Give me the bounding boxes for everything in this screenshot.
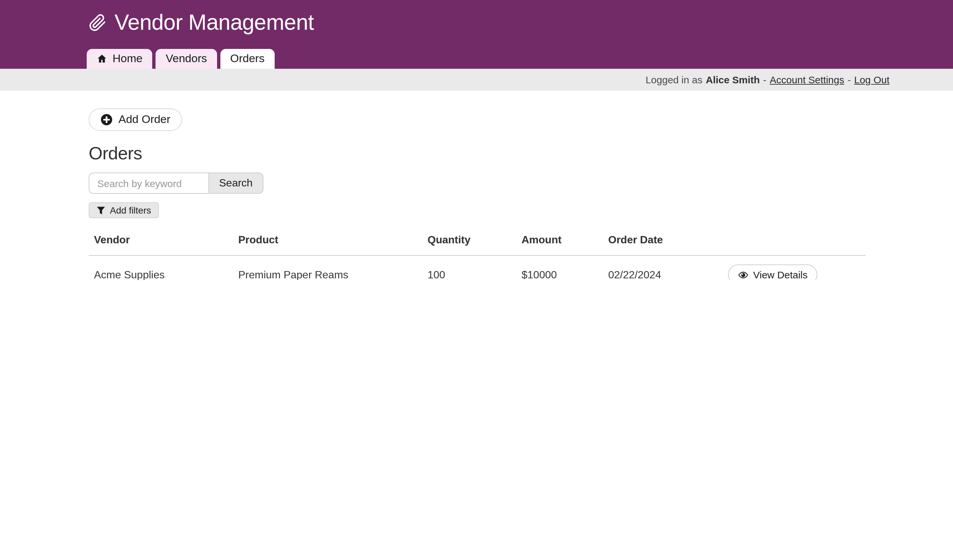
view-details-label: View Details <box>753 269 808 280</box>
account-settings-link[interactable]: Account Settings <box>770 74 844 85</box>
add-filters-label: Add filters <box>110 205 151 215</box>
cell-product: Premium Paper Reams <box>233 255 422 280</box>
tab-orders[interactable]: Orders <box>220 49 275 69</box>
cell-vendor: Acme Supplies <box>88 255 233 280</box>
app-title-row: Vendor Management <box>0 0 953 35</box>
tab-vendors-label: Vendors <box>166 52 207 65</box>
cell-quantity: 100 <box>422 255 516 280</box>
add-order-label: Add Order <box>118 113 171 126</box>
col-header-vendor: Vendor <box>88 226 233 255</box>
plus-circle-icon <box>101 114 113 125</box>
tab-orders-label: Orders <box>230 52 265 65</box>
main-content: Add Order Orders Search Add filters Vend… <box>0 91 953 280</box>
log-out-link[interactable]: Log Out <box>854 74 889 85</box>
tab-home[interactable]: Home <box>87 49 152 69</box>
view-details-button[interactable]: View Details <box>728 265 818 280</box>
tab-vendors[interactable]: Vendors <box>156 49 217 69</box>
page-title: Vendor Management <box>115 10 314 35</box>
separator: - <box>763 74 766 85</box>
paperclip-icon <box>88 14 107 31</box>
col-header-order-date: Order Date <box>603 226 723 255</box>
orders-heading: Orders <box>88 144 953 164</box>
orders-table: Vendor Product Quantity Amount Order Dat… <box>88 226 866 280</box>
search-bar: Search <box>88 173 953 194</box>
eye-icon <box>738 269 748 280</box>
app-header: Vendor Management Home Vendors Orders <box>0 0 953 69</box>
search-button[interactable]: Search <box>208 173 263 194</box>
col-header-actions <box>723 226 866 255</box>
col-header-quantity: Quantity <box>422 226 516 255</box>
table-row: Acme Supplies Premium Paper Reams 100 $1… <box>88 255 866 280</box>
session-bar: Logged in as Alice Smith - Account Setti… <box>0 69 953 91</box>
search-input[interactable] <box>88 173 209 194</box>
add-order-button[interactable]: Add Order <box>88 108 182 131</box>
cell-amount: $10000 <box>516 255 603 280</box>
add-filters-button[interactable]: Add filters <box>88 202 159 218</box>
separator: - <box>847 74 851 85</box>
col-header-amount: Amount <box>516 226 603 255</box>
home-icon <box>97 54 107 64</box>
cell-order-date: 02/22/2024 <box>603 255 723 280</box>
table-header-row: Vendor Product Quantity Amount Order Dat… <box>88 226 866 255</box>
funnel-icon <box>97 206 105 215</box>
tab-home-label: Home <box>113 52 143 65</box>
page: Vendor Management Home Vendors Orders Lo… <box>0 0 953 280</box>
main-nav: Home Vendors Orders <box>87 49 274 69</box>
col-header-product: Product <box>233 226 422 255</box>
logged-in-user: Alice Smith <box>706 74 760 85</box>
logged-in-prefix: Logged in as <box>646 74 703 85</box>
